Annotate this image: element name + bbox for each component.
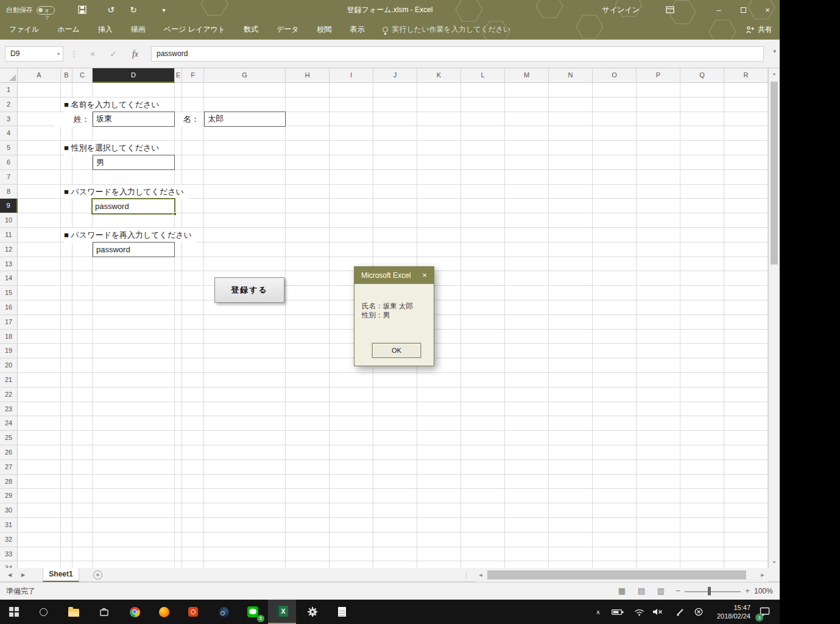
- horizontal-scrollbar-thumb[interactable]: [487, 570, 746, 580]
- ribbon-tab-view[interactable]: 表示: [341, 20, 374, 40]
- taskbar-notes-button[interactable]: [328, 600, 356, 624]
- row-header-25[interactable]: 25: [0, 431, 18, 445]
- ribbon-tab-draw[interactable]: 描画: [122, 20, 155, 40]
- ribbon-tab-home[interactable]: ホーム: [48, 20, 89, 40]
- column-header-p[interactable]: P: [637, 68, 680, 83]
- dialog-close-button[interactable]: ×: [415, 267, 434, 284]
- quick-access-dropdown-button[interactable]: ▾: [154, 0, 174, 20]
- column-header-e[interactable]: E: [175, 68, 182, 83]
- cell-name-section[interactable]: ■ 名前を入力してください: [64, 98, 163, 112]
- zoom-out-button[interactable]: −: [672, 583, 683, 600]
- enter-button[interactable]: ✓: [105, 46, 122, 62]
- cancel-button[interactable]: ×: [84, 46, 101, 62]
- row-header-29[interactable]: 29: [0, 489, 18, 503]
- row-header-6[interactable]: 6: [0, 155, 18, 170]
- row-header-9[interactable]: 9: [0, 199, 18, 213]
- taskbar-clock[interactable]: 15:47 2018/02/24: [705, 603, 750, 620]
- action-center-button[interactable]: 3: [754, 600, 775, 624]
- taskbar-line-button[interactable]: 5: [239, 600, 267, 624]
- scroll-down-icon[interactable]: ▼: [769, 557, 780, 568]
- row-header-18[interactable]: 18: [0, 330, 18, 344]
- row-header-3[interactable]: 3: [0, 112, 18, 127]
- ribbon-tab-formulas[interactable]: 数式: [235, 20, 267, 40]
- tray-pen-button[interactable]: [672, 600, 688, 624]
- column-header-m[interactable]: M: [505, 68, 549, 83]
- register-button[interactable]: 登録する: [214, 277, 284, 303]
- insert-function-button[interactable]: fx: [127, 46, 144, 62]
- row-header-28[interactable]: 28: [0, 475, 18, 489]
- column-header-l[interactable]: L: [461, 68, 505, 83]
- row-header-30[interactable]: 30: [0, 503, 18, 518]
- page-break-view-button[interactable]: ▥: [653, 583, 669, 600]
- page-layout-view-button[interactable]: ▤: [634, 583, 649, 600]
- row-header-31[interactable]: 31: [0, 518, 18, 533]
- autosave-toggle[interactable]: 自動保存 オフ: [6, 5, 55, 15]
- taskbar-explorer-button[interactable]: [60, 600, 88, 624]
- dialog-titlebar[interactable]: Microsoft Excel ×: [355, 267, 434, 284]
- taskbar-steam-button[interactable]: [210, 600, 238, 624]
- scroll-right-icon[interactable]: ▶: [757, 568, 768, 582]
- column-header-d[interactable]: D: [93, 68, 175, 83]
- minimize-button[interactable]: –: [707, 0, 731, 20]
- row-header-24[interactable]: 24: [0, 416, 18, 431]
- tray-network-button[interactable]: [631, 600, 647, 624]
- sheet-nav-prev-button[interactable]: ◀: [4, 568, 16, 582]
- sheet-tab-sheet1[interactable]: Sheet1: [43, 568, 79, 582]
- undo-button[interactable]: ↺: [101, 0, 121, 20]
- cell-last-name-label[interactable]: 姓：: [54, 112, 91, 127]
- row-header-17[interactable]: 17: [0, 315, 18, 330]
- fill-handle[interactable]: [173, 212, 177, 216]
- maximize-button[interactable]: [731, 0, 755, 20]
- normal-view-button[interactable]: ▦: [614, 583, 630, 600]
- row-header-12[interactable]: 12: [0, 243, 18, 257]
- row-header-4[interactable]: 4: [0, 126, 18, 141]
- start-button[interactable]: [0, 600, 28, 624]
- tray-volume-button[interactable]: [649, 600, 665, 624]
- cell-first-name-label[interactable]: 名：: [175, 112, 201, 127]
- select-all-button[interactable]: [0, 68, 18, 83]
- vertical-scrollbar-thumb[interactable]: [771, 82, 778, 264]
- row-header-8[interactable]: 8: [0, 185, 18, 199]
- formula-bar-expand-button[interactable]: ▾: [773, 48, 776, 54]
- password-field-selected-cell[interactable]: password: [91, 198, 175, 214]
- column-header-a[interactable]: A: [18, 68, 61, 83]
- row-header-26[interactable]: 26: [0, 445, 18, 460]
- column-header-g[interactable]: G: [204, 68, 286, 83]
- last-name-field[interactable]: 坂東: [93, 112, 175, 127]
- first-name-field[interactable]: 太郎: [204, 112, 286, 127]
- column-header-h[interactable]: H: [286, 68, 330, 83]
- zoom-in-button[interactable]: +: [742, 583, 753, 600]
- row-header-7[interactable]: 7: [0, 170, 18, 185]
- row-header-10[interactable]: 10: [0, 213, 18, 228]
- formula-input[interactable]: password: [151, 46, 764, 62]
- password-confirm-field[interactable]: password: [93, 242, 175, 257]
- taskbar-excel-button[interactable]: X: [268, 600, 296, 624]
- row-header-20[interactable]: 20: [0, 358, 18, 373]
- row-header-13[interactable]: 13: [0, 257, 18, 272]
- row-header-11[interactable]: 11: [0, 228, 18, 243]
- ribbon-tab-data[interactable]: データ: [267, 20, 308, 40]
- ribbon-tab-insert[interactable]: 挿入: [89, 20, 122, 40]
- row-header-27[interactable]: 27: [0, 460, 18, 475]
- column-header-n[interactable]: N: [549, 68, 593, 83]
- taskbar-chrome-button[interactable]: [121, 600, 149, 624]
- column-header-f[interactable]: F: [182, 68, 204, 83]
- row-header-34[interactable]: 34: [0, 561, 18, 568]
- add-sheet-button[interactable]: +: [93, 570, 102, 580]
- row-header-16[interactable]: 16: [0, 300, 18, 315]
- taskbar-store-button[interactable]: [90, 600, 118, 624]
- save-button[interactable]: [72, 0, 93, 20]
- name-box[interactable]: D9 ▾: [5, 46, 63, 62]
- tab-scroll-splitter[interactable]: ⋮: [463, 568, 470, 582]
- zoom-slider-thumb[interactable]: [708, 587, 711, 595]
- taskbar-search-button[interactable]: [29, 600, 57, 624]
- column-header-r[interactable]: R: [724, 68, 768, 83]
- row-header-19[interactable]: 19: [0, 344, 18, 358]
- column-header-c[interactable]: C: [72, 68, 93, 83]
- redo-button[interactable]: ↻: [123, 0, 144, 20]
- ribbon-display-options-button[interactable]: [658, 0, 682, 20]
- column-header-j[interactable]: J: [373, 68, 417, 83]
- close-button[interactable]: ×: [755, 0, 780, 20]
- column-header-q[interactable]: Q: [680, 68, 724, 83]
- ribbon-tab-file[interactable]: ファイル: [0, 20, 48, 40]
